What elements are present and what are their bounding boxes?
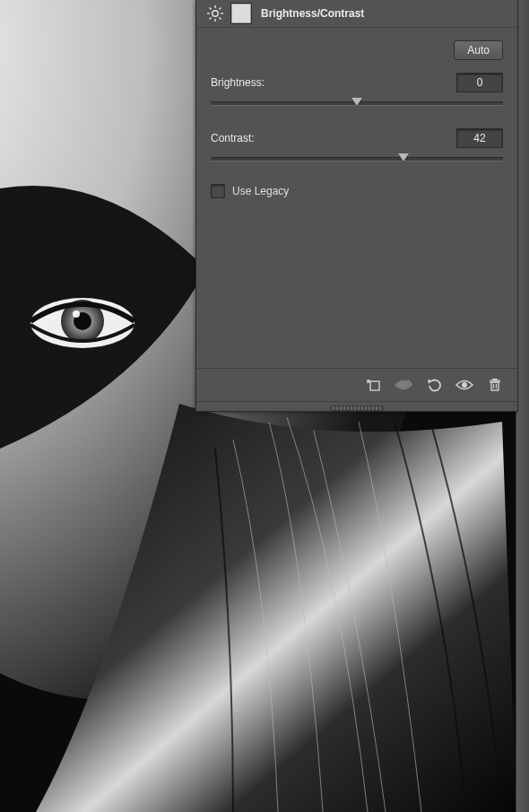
svg-rect-19: [491, 382, 499, 390]
contrast-control: Contrast: 42: [211, 128, 503, 166]
layer-mask-icon[interactable]: [230, 3, 252, 24]
brightness-value-input[interactable]: 0: [456, 73, 503, 92]
use-legacy-label: Use Legacy: [232, 185, 289, 197]
brightness-label: Brightness:: [211, 76, 264, 89]
panel-resize-grip[interactable]: [196, 404, 517, 411]
panel-footer: [196, 368, 517, 402]
properties-panel: Brightness/Contrast Auto Brightness: 0: [195, 0, 518, 412]
svg-rect-23: [493, 380, 497, 381]
contrast-slider[interactable]: [211, 153, 503, 166]
svg-point-6: [73, 310, 80, 318]
auto-button[interactable]: Auto: [454, 40, 503, 60]
brightness-control: Brightness: 0: [211, 73, 503, 110]
svg-line-14: [219, 8, 221, 10]
view-previous-button[interactable]: [388, 373, 419, 397]
toggle-visibility-button[interactable]: [449, 373, 480, 397]
delete-adjustment-button[interactable]: [480, 373, 510, 397]
svg-point-17: [402, 383, 406, 388]
brightness-icon: [205, 4, 225, 23]
svg-rect-16: [370, 381, 379, 390]
contrast-value-input[interactable]: 42: [456, 128, 503, 148]
svg-point-7: [212, 11, 218, 16]
use-legacy-row: Use Legacy: [211, 184, 503, 198]
panel-title: Brightness/Contrast: [261, 7, 364, 20]
reset-button[interactable]: [419, 373, 449, 397]
svg-line-15: [210, 17, 212, 19]
brightness-slider[interactable]: [211, 98, 503, 110]
svg-point-18: [462, 382, 466, 387]
contrast-slider-thumb[interactable]: [398, 153, 409, 162]
use-legacy-checkbox[interactable]: [211, 184, 225, 198]
svg-line-13: [219, 17, 221, 19]
clip-to-layer-button[interactable]: [358, 373, 388, 397]
svg-line-12: [210, 8, 212, 10]
brightness-slider-thumb[interactable]: [351, 98, 362, 106]
contrast-label: Contrast:: [211, 132, 255, 144]
panel-header: Brightness/Contrast: [196, 0, 517, 28]
